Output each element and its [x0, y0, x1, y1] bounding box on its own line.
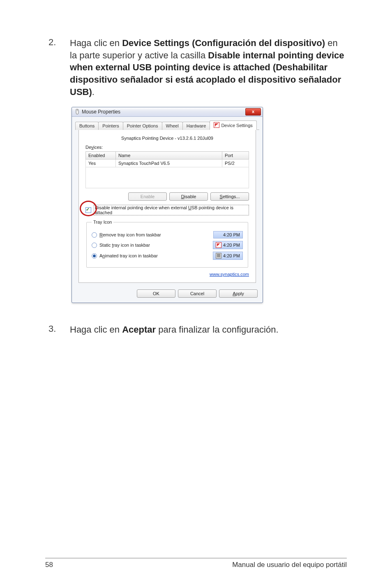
apply-rest: pply [236, 291, 244, 296]
tab-wheel[interactable]: Wheel [162, 122, 183, 130]
radio-remove-row: Remove tray icon from taskbar 4:20 PM [92, 231, 243, 238]
devices-table: Enabled Name Port Yes Synaptics TouchPad… [85, 151, 249, 188]
enable-label: Enable [141, 194, 154, 199]
anim-rest: imated tray icon in taskbar [105, 253, 157, 258]
tab-hardware[interactable]: Hardware [182, 122, 210, 130]
driver-version-line: Synaptics Pointing Device - v13.2.6.1 20… [85, 136, 249, 141]
footer-title: Manual de usuario del equipo portátil [232, 561, 347, 569]
tray-legend: Tray Icon [92, 220, 113, 224]
tab-hardware-label: Hardware [187, 123, 206, 128]
tab-buttons[interactable]: Buttons [75, 122, 99, 130]
radio-static-label: Static tray icon in taskbar [99, 243, 150, 248]
disable-underline: D [181, 194, 184, 199]
static-pre: Static [99, 243, 112, 248]
radio-static[interactable] [92, 243, 97, 248]
cb-rest: able internal pointing device when exter… [101, 205, 188, 210]
tab-body: Synaptics Pointing Device - v13.2.6.1 20… [78, 130, 256, 283]
close-button[interactable]: x [245, 108, 261, 116]
remove-rest: emove tray icon from taskbar [103, 232, 161, 237]
col-port[interactable]: Port [222, 152, 249, 160]
table-row[interactable]: Yes Synaptics TouchPad V6.5 PS/2 [86, 160, 249, 167]
time-3: 4:20 PM [223, 253, 240, 258]
ok-label: OK [153, 291, 159, 296]
radio-remove[interactable] [92, 232, 97, 238]
radio-animated[interactable] [92, 253, 97, 259]
step-3-text: Haga clic en Aceptar para finalizar la c… [70, 324, 279, 336]
step2-end: . [92, 87, 95, 97]
tab-buttons-label: Buttons [79, 123, 95, 128]
step2-bold1: Device Settings (Configuración del dispo… [122, 38, 325, 48]
dialog-window: Mouse Properties x Buttons Pointers Poin… [71, 107, 263, 303]
devices-label: Devices: [85, 145, 249, 150]
cell-name: Synaptics TouchPad V6.5 [116, 160, 222, 167]
screenshot-mouse-properties: Mouse Properties x Buttons Pointers Poin… [71, 107, 347, 303]
tab-device-settings[interactable]: Device Settings [210, 120, 256, 130]
radio-remove-label: Remove tray icon from taskbar [99, 232, 161, 237]
preview-remove: 4:20 PM [213, 231, 243, 238]
step-3-number: 3. [45, 324, 70, 334]
tab-pointers-label: Pointers [102, 123, 119, 128]
step-3: 3. Haga clic en Aceptar para finalizar l… [45, 324, 347, 336]
tab-pointers[interactable]: Pointers [98, 122, 123, 130]
cb-pre: Dis [95, 205, 101, 210]
tab-wheel-label: Wheel [166, 123, 179, 128]
preview-static: 4:20 PM [213, 241, 243, 249]
step-2-text: Haga clic en Device Settings (Configurac… [70, 37, 347, 98]
cell-port: PS/2 [222, 160, 249, 167]
remove-u: R [99, 232, 103, 237]
tab-pointer-options[interactable]: Pointer Options [123, 122, 162, 130]
page-number: 58 [45, 561, 53, 569]
tab-device-settings-label: Device Settings [221, 123, 252, 128]
cell-enabled: Yes [86, 160, 116, 167]
synaptics-static-icon [216, 242, 221, 248]
col-name[interactable]: Name [116, 152, 222, 160]
disable-button[interactable]: Disable [169, 192, 208, 201]
step-2-number: 2. [45, 37, 70, 48]
apply-button[interactable]: Apply [219, 289, 258, 298]
tray-icon-group: Tray Icon Remove tray icon from taskbar … [86, 220, 248, 268]
static-rest: ray icon in taskbar [113, 243, 150, 248]
disable-internal-checkbox-row: Disable internal pointing device when ex… [85, 205, 249, 215]
step-2: 2. Haga clic en Device Settings (Configu… [45, 37, 347, 98]
ok-button[interactable]: OK [137, 289, 175, 298]
synaptics-link[interactable]: www.synaptics.com [85, 272, 249, 277]
step2-pre: Haga clic en [70, 38, 122, 48]
blank-area [86, 167, 249, 188]
step3-end: para finalizar la configuración. [156, 324, 278, 335]
titlebar: Mouse Properties x [72, 107, 263, 117]
page-footer: 58 Manual de usuario del equipo portátil [45, 558, 347, 569]
apply-u: A [233, 291, 235, 296]
settings-button[interactable]: Settings... [210, 192, 249, 201]
mouse-icon [74, 109, 80, 115]
time-1: 4:20 PM [223, 232, 240, 237]
radio-animated-label: Animated tray icon in taskbar [99, 253, 158, 258]
radio-static-row: Static tray icon in taskbar 4:20 PM [92, 241, 243, 249]
tab-pointer-options-label: Pointer Options [127, 123, 158, 128]
disable-internal-checkbox[interactable] [85, 207, 91, 213]
device-action-buttons: Enable Disable Settings... [85, 192, 249, 201]
synaptics-animated-icon [216, 253, 221, 259]
time-2: 4:20 PM [223, 243, 240, 248]
synaptics-tab-icon [214, 122, 219, 128]
step3-bold: Aceptar [122, 324, 156, 335]
radio-animated-row: Animated tray icon in taskbar 4:20 PM [92, 252, 243, 260]
cancel-button[interactable]: Cancel [178, 289, 217, 298]
col-enabled[interactable]: Enabled [86, 152, 116, 160]
dialog-bottom-buttons: OK Cancel Apply [72, 286, 263, 303]
tab-strip: Buttons Pointers Pointer Options Wheel H… [72, 117, 263, 283]
dialog-title: Mouse Properties [82, 109, 120, 115]
cancel-label: Cancel [190, 291, 204, 296]
preview-animated: 4:20 PM [213, 252, 243, 260]
settings-underline: S [220, 194, 223, 199]
cb-u: U [188, 205, 191, 210]
disable-internal-label: Disable internal pointing device when ex… [94, 205, 249, 215]
step3-pre: Haga clic en [70, 324, 122, 335]
enable-button[interactable]: Enable [128, 192, 167, 201]
